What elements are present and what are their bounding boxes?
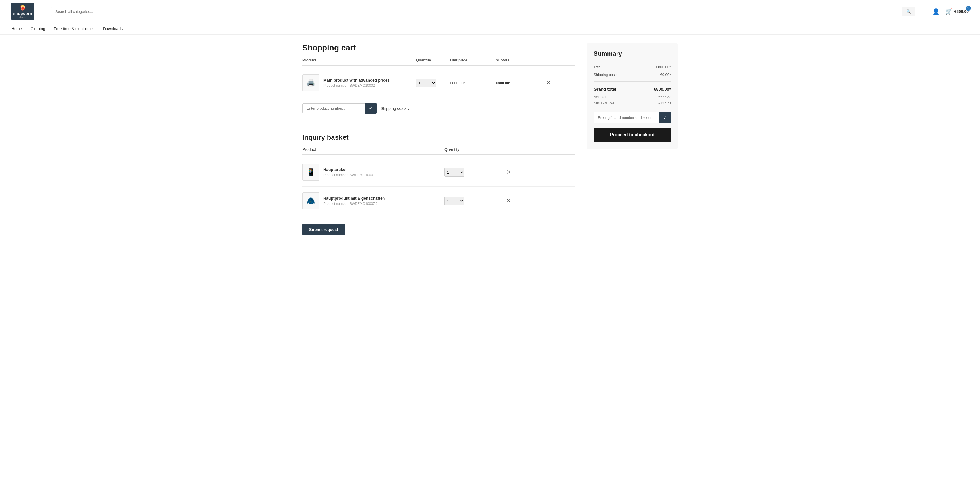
nav-downloads[interactable]: Downloads bbox=[103, 27, 123, 31]
grand-total-row: Grand total €800.00* bbox=[593, 84, 671, 94]
quantity-stepper[interactable]: 1 2 3 4 5 bbox=[416, 78, 436, 88]
table-row: 📱 Hauptartikel Product number: SWDEMO100… bbox=[302, 158, 575, 187]
grand-total-label: Grand total bbox=[593, 87, 616, 92]
col-unit-price: Unit price bbox=[450, 58, 496, 62]
table-row: 🖨️ Main product with advanced prices Pro… bbox=[302, 68, 575, 97]
product-thumbnail: 📱 bbox=[302, 164, 319, 181]
search-icon: 🔍 bbox=[906, 10, 911, 14]
summary-divider bbox=[593, 81, 671, 82]
product-info: 📱 Hauptartikel Product number: SWDEMO100… bbox=[302, 164, 444, 181]
submit-request-button[interactable]: Submit request bbox=[302, 224, 345, 235]
net-total-row: Net total €672.27 bbox=[593, 94, 671, 100]
unit-price: €800.00* bbox=[450, 81, 496, 85]
checkout-button[interactable]: Proceed to checkout bbox=[593, 128, 671, 142]
main-content: Shopping cart Product Quantity Unit pric… bbox=[291, 35, 689, 244]
col-product: Product bbox=[302, 58, 416, 62]
col-subtotal: Subtotal bbox=[496, 58, 541, 62]
promo-input[interactable] bbox=[302, 103, 365, 113]
col-quantity: Quantity bbox=[416, 58, 450, 62]
promo-submit-button[interactable]: ✓ bbox=[365, 103, 377, 113]
product-details: Hauptartikel Product number: SWDEMO10001 bbox=[323, 167, 375, 177]
cart-table-header: Product Quantity Unit price Subtotal bbox=[302, 58, 575, 66]
grand-total-value: €800.00* bbox=[654, 87, 671, 92]
nav-home[interactable]: Home bbox=[11, 27, 22, 31]
summary-sidebar: Summary Total €800.00* Shipping costs €0… bbox=[587, 43, 678, 235]
nav-clothing[interactable]: Clothing bbox=[30, 27, 45, 31]
account-icon[interactable]: 👤 bbox=[932, 8, 940, 15]
remove-button[interactable]: ✕ bbox=[501, 169, 515, 175]
product-icon: 🖨️ bbox=[307, 79, 315, 87]
discount-input[interactable] bbox=[593, 112, 659, 123]
promo-row: ✓ Shipping costs › bbox=[302, 97, 575, 119]
quantity-stepper[interactable]: 123 bbox=[444, 197, 465, 205]
product-thumbnail: 🧥 bbox=[302, 192, 319, 209]
logo[interactable]: 🍿 shopcorn digital bbox=[11, 3, 34, 20]
search-input[interactable] bbox=[51, 7, 902, 16]
search-button[interactable]: 🔍 bbox=[902, 7, 915, 16]
cart-button[interactable]: 🛒 €800.00 3 bbox=[945, 8, 969, 15]
chevron-right-icon: › bbox=[408, 106, 409, 111]
quantity-cell: 123 bbox=[444, 168, 501, 177]
net-total-label: Net total bbox=[593, 95, 606, 99]
promo-input-wrapper: ✓ bbox=[302, 103, 377, 113]
table-row: 🧥 Hauptprödükt mit Eigenschaften Product… bbox=[302, 187, 575, 215]
discount-submit-button[interactable]: ✓ bbox=[659, 112, 671, 123]
vat-value: €127.73 bbox=[659, 101, 671, 105]
product-name: Hauptartikel bbox=[323, 167, 375, 172]
cart-icon: 🛒 bbox=[945, 8, 952, 15]
product-icon: 🧥 bbox=[307, 197, 315, 205]
remove-button[interactable]: ✕ bbox=[541, 80, 555, 86]
shipping-label: Shipping costs bbox=[593, 73, 618, 77]
discount-row: ✓ bbox=[593, 112, 671, 123]
search-bar: 🔍 bbox=[51, 7, 915, 16]
inquiry-table-header: Product Quantity bbox=[302, 147, 575, 155]
total-value: €800.00* bbox=[656, 65, 671, 69]
shipping-value: €0.00* bbox=[660, 73, 671, 77]
inquiry-basket-title: Inquiry basket bbox=[302, 134, 575, 142]
product-number: Product number: SWDEMO10002 bbox=[323, 84, 390, 88]
nav-free-time[interactable]: Free time & electronics bbox=[54, 27, 94, 31]
cart-content: Shopping cart Product Quantity Unit pric… bbox=[302, 43, 575, 235]
product-number: Product number: SWDEMO10007.2 bbox=[323, 202, 385, 206]
shopping-cart-title: Shopping cart bbox=[302, 43, 575, 53]
product-info: 🖨️ Main product with advanced prices Pro… bbox=[302, 74, 416, 91]
main-nav: Home Clothing Free time & electronics Do… bbox=[0, 23, 980, 35]
product-name: Main product with advanced prices bbox=[323, 78, 390, 83]
logo-name: shopcorn bbox=[13, 11, 32, 16]
col-actions bbox=[541, 58, 555, 62]
product-name: Hauptprödükt mit Eigenschaften bbox=[323, 196, 385, 201]
product-details: Main product with advanced prices Produc… bbox=[323, 78, 390, 88]
checkmark-icon: ✓ bbox=[369, 106, 372, 111]
quantity-cell: 1 2 3 4 5 bbox=[416, 78, 450, 88]
header-actions: 👤 🛒 €800.00 3 bbox=[932, 8, 969, 15]
summary-total-row: Total €800.00* bbox=[593, 63, 671, 71]
cart-count: 3 bbox=[966, 6, 971, 11]
subtotal: €800.00* bbox=[496, 81, 541, 85]
net-total-value: €672.27 bbox=[659, 95, 671, 99]
quantity-stepper[interactable]: 123 bbox=[444, 168, 465, 177]
product-number: Product number: SWDEMO10001 bbox=[323, 173, 375, 177]
inquiry-col-product: Product bbox=[302, 147, 444, 152]
summary-box: Summary Total €800.00* Shipping costs €0… bbox=[587, 43, 678, 149]
total-label: Total bbox=[593, 65, 601, 69]
vat-label: plus 19% VAT bbox=[593, 101, 614, 105]
header: 🍿 shopcorn digital 🔍 👤 🛒 €800.00 3 bbox=[0, 0, 980, 23]
product-icon: 📱 bbox=[307, 168, 315, 176]
shipping-costs-label: Shipping costs bbox=[380, 106, 406, 111]
inquiry-col-quantity: Quantity bbox=[444, 147, 501, 152]
remove-button[interactable]: ✕ bbox=[501, 198, 515, 204]
quantity-cell: 123 bbox=[444, 197, 501, 205]
checkmark-icon: ✓ bbox=[663, 115, 667, 120]
logo-icon: 🍿 bbox=[20, 5, 26, 11]
product-info: 🧥 Hauptprödükt mit Eigenschaften Product… bbox=[302, 192, 444, 209]
logo-sub: digital bbox=[19, 16, 26, 19]
shipping-costs-link[interactable]: Shipping costs › bbox=[380, 106, 409, 111]
product-details: Hauptprödükt mit Eigenschaften Product n… bbox=[323, 196, 385, 206]
summary-shipping-row: Shipping costs €0.00* bbox=[593, 71, 671, 78]
product-thumbnail: 🖨️ bbox=[302, 74, 319, 91]
vat-row: plus 19% VAT €127.73 bbox=[593, 100, 671, 107]
inquiry-col-actions bbox=[501, 147, 515, 152]
summary-title: Summary bbox=[593, 50, 671, 57]
